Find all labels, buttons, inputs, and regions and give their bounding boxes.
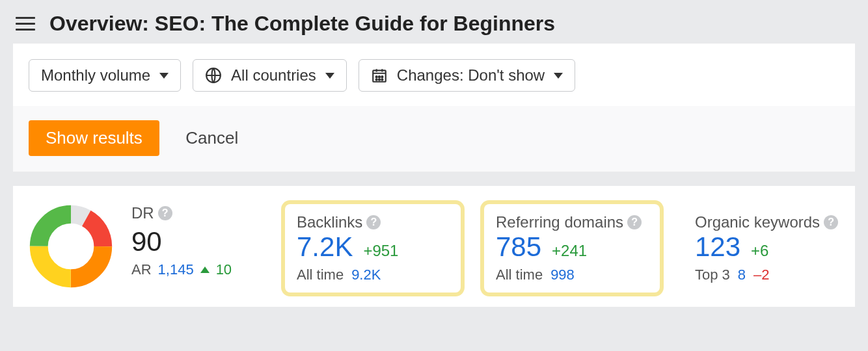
metrics-panel: DR ? 90 AR 1,145 10 Backlinks ? 7.2K +95… [13, 186, 855, 307]
keywords-delta: +6 [751, 242, 768, 260]
help-icon[interactable]: ? [366, 215, 381, 229]
backlinks-alltime-label: All time [297, 266, 344, 283]
filters-panel: Monthly volume All countries [13, 44, 855, 172]
help-icon[interactable]: ? [158, 206, 172, 220]
refdomains-card[interactable]: Referring domains ? 785 +241 All time 99… [484, 204, 660, 292]
keywords-value: 123 [695, 231, 740, 263]
volume-dropdown-label: Monthly volume [41, 66, 150, 84]
changes-dropdown[interactable]: Changes: Don't show [359, 59, 575, 92]
svg-point-4 [381, 76, 383, 77]
refdomains-label-text: Referring domains [496, 213, 623, 231]
refdomains-value-row: 785 +241 [496, 231, 648, 263]
svg-point-5 [375, 79, 377, 80]
backlinks-alltime-value[interactable]: 9.2K [351, 266, 381, 283]
refdomains-alltime-row: All time 998 [496, 266, 648, 283]
chevron-down-icon [159, 73, 169, 79]
keywords-top3-value[interactable]: 8 [738, 266, 746, 283]
svg-point-6 [379, 79, 380, 80]
filter-dropdowns: Monthly volume All countries [29, 59, 839, 92]
keywords-label: Organic keywords ? [695, 213, 847, 231]
dr-block: DR ? 90 AR 1,145 10 [29, 204, 262, 289]
svg-point-2 [375, 76, 377, 77]
dr-column: DR ? 90 AR 1,145 10 [131, 204, 262, 278]
triangle-up-icon [200, 266, 210, 273]
keywords-label-text: Organic keywords [695, 213, 820, 231]
ar-label: AR [131, 261, 152, 278]
refdomains-alltime-value[interactable]: 998 [550, 266, 575, 283]
dr-value: 90 [131, 226, 262, 257]
svg-point-7 [381, 79, 383, 80]
top-bar: Overview: SEO: The Complete Guide for Be… [0, 0, 868, 44]
dr-label: DR ? [131, 204, 262, 222]
backlinks-alltime-row: All time 9.2K [297, 266, 449, 283]
refdomains-label: Referring domains ? [496, 213, 648, 231]
ar-row: AR 1,145 10 [131, 261, 262, 278]
keywords-top3-label: Top 3 [695, 266, 730, 283]
page-title: Overview: SEO: The Complete Guide for Be… [49, 12, 555, 36]
refdomains-value: 785 [496, 231, 541, 263]
svg-point-3 [379, 76, 380, 77]
dr-donut-chart [29, 204, 113, 289]
keywords-card[interactable]: Organic keywords ? 123 +6 Top 3 8 –2 [683, 204, 859, 292]
ar-delta: 10 [216, 261, 232, 278]
help-icon[interactable]: ? [824, 215, 838, 229]
backlinks-card[interactable]: Backlinks ? 7.2K +951 All time 9.2K [285, 204, 461, 292]
changes-dropdown-label: Changes: Don't show [397, 66, 545, 84]
help-icon[interactable]: ? [627, 215, 642, 229]
refdomains-alltime-label: All time [496, 266, 543, 283]
menu-icon[interactable] [16, 17, 35, 31]
dr-label-text: DR [131, 204, 154, 222]
backlinks-delta: +951 [363, 242, 398, 260]
cancel-button[interactable]: Cancel [185, 128, 238, 148]
backlinks-label-text: Backlinks [297, 213, 362, 231]
chevron-down-icon [325, 73, 334, 79]
backlinks-value-row: 7.2K +951 [297, 231, 449, 263]
keywords-top3-delta: –2 [753, 266, 769, 283]
ar-value[interactable]: 1,145 [158, 261, 194, 278]
calendar-icon [371, 67, 388, 84]
show-results-button[interactable]: Show results [29, 120, 159, 156]
refdomains-delta: +241 [552, 242, 587, 260]
backlinks-label: Backlinks ? [297, 213, 449, 231]
countries-dropdown-label: All countries [231, 66, 316, 84]
keywords-top3-row: Top 3 8 –2 [695, 266, 847, 283]
backlinks-value: 7.2K [297, 231, 353, 263]
volume-dropdown[interactable]: Monthly volume [29, 59, 181, 92]
globe-icon [205, 67, 222, 84]
countries-dropdown[interactable]: All countries [193, 59, 347, 92]
chevron-down-icon [554, 73, 563, 79]
keywords-value-row: 123 +6 [695, 231, 847, 263]
filter-actions: Show results Cancel [13, 106, 855, 172]
